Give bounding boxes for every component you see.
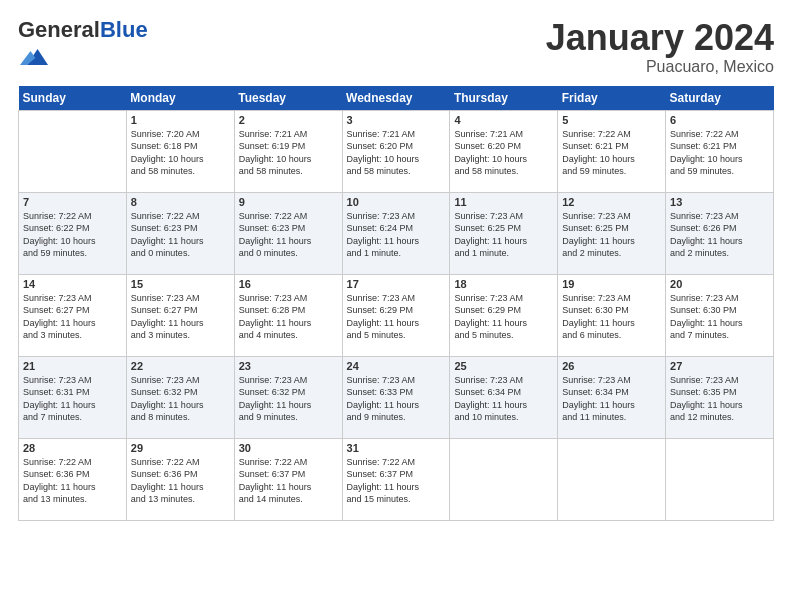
calendar-cell [19, 110, 127, 192]
calendar-cell: 25Sunrise: 7:23 AM Sunset: 6:34 PM Dayli… [450, 356, 558, 438]
col-header-friday: Friday [558, 86, 666, 111]
day-info: Sunrise: 7:23 AM Sunset: 6:30 PM Dayligh… [562, 292, 661, 342]
col-header-thursday: Thursday [450, 86, 558, 111]
logo-general: General [18, 17, 100, 42]
day-info: Sunrise: 7:22 AM Sunset: 6:37 PM Dayligh… [347, 456, 446, 506]
col-header-sunday: Sunday [19, 86, 127, 111]
calendar-cell: 5Sunrise: 7:22 AM Sunset: 6:21 PM Daylig… [558, 110, 666, 192]
day-info: Sunrise: 7:23 AM Sunset: 6:29 PM Dayligh… [454, 292, 553, 342]
day-number: 8 [131, 196, 230, 208]
day-info: Sunrise: 7:23 AM Sunset: 6:25 PM Dayligh… [562, 210, 661, 260]
day-number: 15 [131, 278, 230, 290]
logo-text: GeneralBlue [18, 18, 148, 42]
calendar-cell: 27Sunrise: 7:23 AM Sunset: 6:35 PM Dayli… [666, 356, 774, 438]
day-info: Sunrise: 7:23 AM Sunset: 6:35 PM Dayligh… [670, 374, 769, 424]
day-number: 14 [23, 278, 122, 290]
day-info: Sunrise: 7:23 AM Sunset: 6:29 PM Dayligh… [347, 292, 446, 342]
calendar-cell: 10Sunrise: 7:23 AM Sunset: 6:24 PM Dayli… [342, 192, 450, 274]
day-info: Sunrise: 7:23 AM Sunset: 6:34 PM Dayligh… [454, 374, 553, 424]
day-info: Sunrise: 7:23 AM Sunset: 6:32 PM Dayligh… [239, 374, 338, 424]
calendar-cell [558, 438, 666, 520]
title-area: January 2024 Puacuaro, Mexico [546, 18, 774, 76]
day-number: 25 [454, 360, 553, 372]
calendar-cell: 13Sunrise: 7:23 AM Sunset: 6:26 PM Dayli… [666, 192, 774, 274]
day-number: 23 [239, 360, 338, 372]
day-number: 1 [131, 114, 230, 126]
calendar-cell: 7Sunrise: 7:22 AM Sunset: 6:22 PM Daylig… [19, 192, 127, 274]
col-header-wednesday: Wednesday [342, 86, 450, 111]
col-header-tuesday: Tuesday [234, 86, 342, 111]
calendar-cell: 6Sunrise: 7:22 AM Sunset: 6:21 PM Daylig… [666, 110, 774, 192]
day-info: Sunrise: 7:23 AM Sunset: 6:31 PM Dayligh… [23, 374, 122, 424]
day-number: 16 [239, 278, 338, 290]
calendar-cell: 21Sunrise: 7:23 AM Sunset: 6:31 PM Dayli… [19, 356, 127, 438]
day-info: Sunrise: 7:21 AM Sunset: 6:19 PM Dayligh… [239, 128, 338, 178]
calendar-header-row: SundayMondayTuesdayWednesdayThursdayFrid… [19, 86, 774, 111]
col-header-saturday: Saturday [666, 86, 774, 111]
day-number: 24 [347, 360, 446, 372]
day-info: Sunrise: 7:23 AM Sunset: 6:25 PM Dayligh… [454, 210, 553, 260]
day-number: 21 [23, 360, 122, 372]
day-number: 29 [131, 442, 230, 454]
page-container: GeneralBlue January 2024 Puacuaro, Mexic… [0, 0, 792, 531]
calendar-cell: 2Sunrise: 7:21 AM Sunset: 6:19 PM Daylig… [234, 110, 342, 192]
calendar-cell: 22Sunrise: 7:23 AM Sunset: 6:32 PM Dayli… [126, 356, 234, 438]
calendar-cell: 8Sunrise: 7:22 AM Sunset: 6:23 PM Daylig… [126, 192, 234, 274]
calendar-cell: 17Sunrise: 7:23 AM Sunset: 6:29 PM Dayli… [342, 274, 450, 356]
header: GeneralBlue January 2024 Puacuaro, Mexic… [18, 18, 774, 76]
calendar-cell: 1Sunrise: 7:20 AM Sunset: 6:18 PM Daylig… [126, 110, 234, 192]
day-info: Sunrise: 7:20 AM Sunset: 6:18 PM Dayligh… [131, 128, 230, 178]
day-info: Sunrise: 7:22 AM Sunset: 6:21 PM Dayligh… [562, 128, 661, 178]
day-info: Sunrise: 7:22 AM Sunset: 6:23 PM Dayligh… [239, 210, 338, 260]
day-number: 19 [562, 278, 661, 290]
calendar-cell: 12Sunrise: 7:23 AM Sunset: 6:25 PM Dayli… [558, 192, 666, 274]
calendar-cell: 26Sunrise: 7:23 AM Sunset: 6:34 PM Dayli… [558, 356, 666, 438]
logo-icon [20, 42, 48, 70]
day-info: Sunrise: 7:21 AM Sunset: 6:20 PM Dayligh… [347, 128, 446, 178]
day-info: Sunrise: 7:22 AM Sunset: 6:36 PM Dayligh… [131, 456, 230, 506]
day-info: Sunrise: 7:23 AM Sunset: 6:28 PM Dayligh… [239, 292, 338, 342]
week-row-1: 1Sunrise: 7:20 AM Sunset: 6:18 PM Daylig… [19, 110, 774, 192]
week-row-5: 28Sunrise: 7:22 AM Sunset: 6:36 PM Dayli… [19, 438, 774, 520]
day-info: Sunrise: 7:23 AM Sunset: 6:24 PM Dayligh… [347, 210, 446, 260]
day-number: 17 [347, 278, 446, 290]
day-info: Sunrise: 7:22 AM Sunset: 6:21 PM Dayligh… [670, 128, 769, 178]
day-number: 26 [562, 360, 661, 372]
calendar-cell: 4Sunrise: 7:21 AM Sunset: 6:20 PM Daylig… [450, 110, 558, 192]
calendar-cell: 28Sunrise: 7:22 AM Sunset: 6:36 PM Dayli… [19, 438, 127, 520]
calendar-body: 1Sunrise: 7:20 AM Sunset: 6:18 PM Daylig… [19, 110, 774, 520]
calendar-cell: 31Sunrise: 7:22 AM Sunset: 6:37 PM Dayli… [342, 438, 450, 520]
month-title: January 2024 [546, 18, 774, 58]
calendar-cell: 29Sunrise: 7:22 AM Sunset: 6:36 PM Dayli… [126, 438, 234, 520]
logo-blue: Blue [100, 17, 148, 42]
calendar-cell: 23Sunrise: 7:23 AM Sunset: 6:32 PM Dayli… [234, 356, 342, 438]
day-info: Sunrise: 7:22 AM Sunset: 6:37 PM Dayligh… [239, 456, 338, 506]
calendar-cell: 3Sunrise: 7:21 AM Sunset: 6:20 PM Daylig… [342, 110, 450, 192]
calendar-cell: 18Sunrise: 7:23 AM Sunset: 6:29 PM Dayli… [450, 274, 558, 356]
day-number: 22 [131, 360, 230, 372]
day-number: 5 [562, 114, 661, 126]
day-number: 28 [23, 442, 122, 454]
day-info: Sunrise: 7:23 AM Sunset: 6:27 PM Dayligh… [131, 292, 230, 342]
day-number: 31 [347, 442, 446, 454]
day-number: 9 [239, 196, 338, 208]
day-info: Sunrise: 7:23 AM Sunset: 6:26 PM Dayligh… [670, 210, 769, 260]
day-info: Sunrise: 7:22 AM Sunset: 6:36 PM Dayligh… [23, 456, 122, 506]
day-info: Sunrise: 7:23 AM Sunset: 6:30 PM Dayligh… [670, 292, 769, 342]
day-number: 12 [562, 196, 661, 208]
day-number: 2 [239, 114, 338, 126]
calendar-cell: 14Sunrise: 7:23 AM Sunset: 6:27 PM Dayli… [19, 274, 127, 356]
day-info: Sunrise: 7:23 AM Sunset: 6:27 PM Dayligh… [23, 292, 122, 342]
day-info: Sunrise: 7:21 AM Sunset: 6:20 PM Dayligh… [454, 128, 553, 178]
calendar-cell: 11Sunrise: 7:23 AM Sunset: 6:25 PM Dayli… [450, 192, 558, 274]
day-info: Sunrise: 7:22 AM Sunset: 6:23 PM Dayligh… [131, 210, 230, 260]
week-row-3: 14Sunrise: 7:23 AM Sunset: 6:27 PM Dayli… [19, 274, 774, 356]
calendar-cell: 9Sunrise: 7:22 AM Sunset: 6:23 PM Daylig… [234, 192, 342, 274]
day-number: 4 [454, 114, 553, 126]
calendar-cell [666, 438, 774, 520]
calendar-cell: 24Sunrise: 7:23 AM Sunset: 6:33 PM Dayli… [342, 356, 450, 438]
day-number: 27 [670, 360, 769, 372]
day-info: Sunrise: 7:22 AM Sunset: 6:22 PM Dayligh… [23, 210, 122, 260]
day-number: 3 [347, 114, 446, 126]
day-number: 18 [454, 278, 553, 290]
